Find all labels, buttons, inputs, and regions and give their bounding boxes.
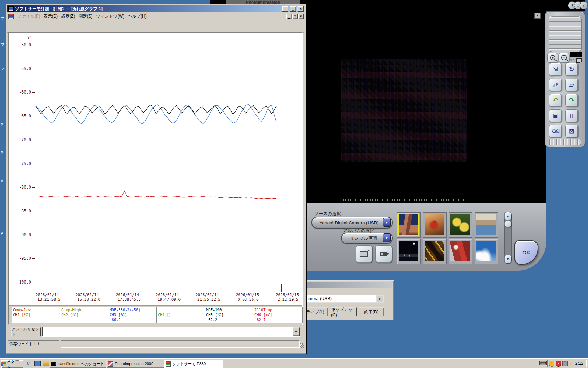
close-button[interactable]: × [298,6,304,12]
resize-grip[interactable] [300,343,304,348]
menu-file[interactable]: ファイル(F) [16,13,42,20]
source-select-dropdown[interactable]: Yahoo! Digital Camera (USB) [312,217,393,229]
usb-device-icon[interactable] [562,361,568,366]
start-button[interactable]: スタート [1,360,23,368]
fit-resize-button[interactable]: ⇲ [549,63,562,76]
thumbnail-cell[interactable] [423,239,447,264]
thumbnail-cell[interactable] [423,212,447,238]
dialog-source-dropdown[interactable]: amera (USB) ▼ [305,295,384,303]
source-dropdown-arrow-icon[interactable]: ▼ [383,218,391,227]
minimize-button[interactable]: _ [282,6,288,12]
zoom-out-button[interactable]: − [559,53,569,62]
source-select-label: ソースの選択 : [314,211,343,217]
capture-button[interactable]: キャプチャ(C) [331,307,357,316]
mdi-child-icon[interactable] [8,14,14,19]
thumbnail-desert-rock-spires[interactable] [399,214,418,235]
exit-button[interactable]: 終了(D) [359,307,384,316]
live-button[interactable]: ライブ(L) [303,307,328,316]
rotate-button[interactable]: ↻ [565,63,578,76]
desktop-icon-label[interactable]: P [1,231,3,236]
thumbnail-scrollbar[interactable]: ▲ ▼ [504,212,512,264]
redo-button[interactable]: ↷ [565,94,578,107]
menu-view[interactable]: 表示(D) [42,13,59,20]
desktop-icon-label[interactable]: マ [1,16,5,21]
channel-cell-ch4: CH4 []----- [156,307,206,323]
thumbnail-cell[interactable] [475,239,498,264]
thermo-titlebar[interactable]: ソフトサーモ計測－計測1 － [折れ線グラフ 1] _ □ × [7,5,304,12]
windows-icon[interactable] [576,58,582,62]
y-tick-label: -90.0 [9,232,31,237]
flip-horizontal-button[interactable]: ⇄ [549,79,562,91]
thumbnail-red-cardinal-bird[interactable] [425,214,444,235]
undo-button[interactable]: ↶ [549,94,562,107]
thumbnail-gold-light-streaks[interactable] [425,241,444,261]
scroll-thumb[interactable] [504,220,511,227]
desktop-icon-label[interactable]: P [1,123,3,127]
close-button[interactable]: x [580,1,588,9]
menu-help[interactable]: ヘルプ(H) [126,13,148,20]
y-tick-label: -80.0 [9,185,31,190]
thumbnail-ship-with-flag[interactable] [450,241,470,261]
dialog-dropdown-arrow-icon[interactable]: ▼ [376,295,383,302]
desktop-icon-label[interactable]: マ [1,42,5,47]
ie-icon[interactable]: e [27,360,30,366]
ok-button[interactable]: OK [514,240,538,265]
album-dropdown-arrow-icon[interactable]: ▼ [383,233,391,242]
camcorder-button[interactable] [375,245,392,263]
favorites-star-icon[interactable]: ★ [569,361,573,366]
crop-rotate-button[interactable]: ▱ [565,79,578,91]
copy-button[interactable]: ▣ [549,109,562,122]
new-page-button[interactable]: ▯ [565,109,578,122]
thumbnail-yellow-flowers[interactable] [450,214,470,235]
combo-dropdown-arrow-icon[interactable]: ▼ [293,327,300,336]
task-transfile[interactable]: C:\ transfile.cmd へのショート... [50,360,108,368]
preview-close-icon[interactable]: × [534,13,541,19]
taskbar: スタート e C:\ transfile.cmd へのショート... Photo… [0,358,588,368]
thumbnail-cell[interactable] [449,212,472,238]
menu-window[interactable]: ウィンドウ(W) [94,13,126,20]
desktop-icon-label[interactable]: V [1,179,3,183]
zoom-in-button[interactable]: + [547,53,558,62]
scroll-up-icon[interactable]: ▲ [504,212,511,220]
panel-grip-bottom[interactable] [549,139,581,145]
task-photoimpression[interactable]: PhotoImpression 2000 [106,360,165,368]
thumbnail-night-city-skyline[interactable] [399,241,418,261]
security-alert-icon[interactable]: × [556,361,561,367]
alarm-reset-button[interactable]: アラームリセット [11,327,41,336]
desktop-icon-label[interactable]: マ [1,67,5,72]
thumbnail-cell[interactable] [449,239,472,264]
keyboard-icon[interactable]: ⌨ [539,360,547,367]
thumbnail-cell[interactable] [397,212,421,238]
thumbnail-clouds-over-sea[interactable] [476,241,496,261]
status-message: 保存ウェイト！！ [8,340,59,347]
task-softthermo-active[interactable]: ソフトサーモ E830 [164,360,223,368]
folder-icon[interactable] [43,361,49,366]
mdi-restore-button[interactable]: □ [292,14,298,19]
x-tick-date: 2026/01/15 [236,293,259,297]
menu-config[interactable]: 設定(Z) [59,13,77,20]
photoimpression-icon [108,361,113,367]
channel-cell-ch2: Comp-HighCH2 [℃]----- [60,307,110,323]
mail-icon[interactable] [34,361,41,366]
thumbnail-coastal-town[interactable] [476,214,496,235]
mdi-minimize-button[interactable]: _ [286,14,292,19]
menu-measure[interactable]: 測定(S) [77,13,94,20]
maximize-button[interactable]: □ [290,6,296,12]
thumbnail-cell[interactable] [475,212,498,238]
panel-grip[interactable] [549,16,582,52]
captured-image-preview [341,59,467,162]
dialog-titlebar[interactable] [291,282,392,288]
scroll-down-icon[interactable]: ▼ [504,255,511,263]
delete-button[interactable]: ⌫ [549,125,562,137]
frame-button[interactable]: ⊠ [565,125,578,137]
thumbnail-cell[interactable] [397,239,421,264]
tray-clock[interactable]: 2:12 [575,361,583,366]
x-tick-time: 17:38:45.5 [118,297,141,302]
desktop-icon-label[interactable]: P [1,151,3,155]
mdi-close-button[interactable]: × [298,14,304,19]
scroll-range-box[interactable] [35,284,282,292]
alarm-combobox[interactable]: ▼ [42,327,300,337]
security-warning-icon[interactable]: ! [549,361,554,367]
y-tick-label: -65.0 [9,114,31,118]
acquire-scan-button[interactable]: ↗ [356,245,372,263]
